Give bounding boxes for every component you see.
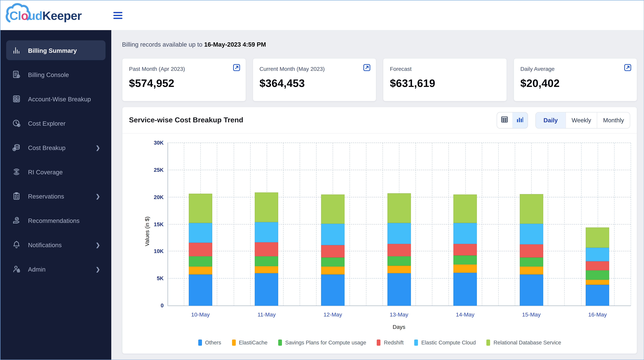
bar-segment-elasticache[interactable] <box>321 267 344 274</box>
stat-card-value: $20,402 <box>520 77 630 90</box>
bar-segment-relational-database-service[interactable] <box>387 194 410 223</box>
bar-segment-others[interactable] <box>255 273 278 306</box>
billing-records-notice: Billing records available up to 16-May-2… <box>111 30 644 48</box>
bar-segment-elastic-compute-cloud[interactable] <box>321 224 344 245</box>
bar-segment-redshift[interactable] <box>387 244 410 256</box>
legend-swatch <box>278 340 282 346</box>
hamburger-menu-icon[interactable] <box>113 10 122 20</box>
sidebar-item-billing-console[interactable]: Billing Console <box>6 65 106 84</box>
bar-segment-elastic-compute-cloud[interactable] <box>586 248 609 261</box>
stacked-bar-16-may[interactable] <box>586 228 609 306</box>
gridline-vertical <box>448 143 449 306</box>
tab-daily[interactable]: Daily <box>536 112 566 128</box>
legend-item-others[interactable]: Others <box>198 340 221 346</box>
gridline-vertical <box>498 143 498 306</box>
bar-segment-elasticache[interactable] <box>586 280 609 284</box>
tab-weekly[interactable]: Weekly <box>566 112 597 128</box>
bar-segment-redshift[interactable] <box>520 244 543 258</box>
bar-segment-elastic-compute-cloud[interactable] <box>189 223 212 243</box>
legend-swatch <box>377 340 380 346</box>
bar-segment-redshift[interactable] <box>586 261 609 270</box>
bar-segment-others[interactable] <box>387 273 410 306</box>
legend-item-relational-database-service[interactable]: Relational Database Service <box>486 340 561 346</box>
gridline-vertical <box>630 143 631 306</box>
gridline-vertical <box>548 143 548 306</box>
bar-segment-savings-plans-for-compute-usage[interactable] <box>454 255 477 264</box>
legend-item-savings-plans-for-compute-usage[interactable]: Savings Plans for Compute usage <box>278 340 366 346</box>
bar-segment-others[interactable] <box>321 274 344 306</box>
bar-segment-relational-database-service[interactable] <box>520 194 543 224</box>
bar-segment-savings-plans-for-compute-usage[interactable] <box>586 270 609 280</box>
x-tick-label: 13-May <box>380 312 418 318</box>
table-icon <box>500 115 509 125</box>
bar-segment-elastic-compute-cloud[interactable] <box>454 223 477 244</box>
legend-item-redshift[interactable]: Redshift <box>377 340 404 346</box>
bar-segment-elasticache[interactable] <box>255 266 278 273</box>
sidebar-item-reservations[interactable]: Reservations❯ <box>6 186 106 206</box>
bar-segment-others[interactable] <box>520 274 543 306</box>
external-link-icon[interactable] <box>232 64 240 72</box>
stacked-bar-plot <box>167 143 630 306</box>
bar-segment-elastic-compute-cloud[interactable] <box>255 222 278 242</box>
stacked-bar-14-may[interactable] <box>454 194 477 306</box>
y-tick-label: 20K <box>138 194 164 200</box>
gridline-vertical <box>581 143 582 306</box>
stacked-bar-13-may[interactable] <box>387 194 410 306</box>
legend-swatch <box>486 340 490 346</box>
stacked-bar-12-may[interactable] <box>321 194 344 306</box>
legend-item-elastic-compute-cloud[interactable]: Elastic Compute Cloud <box>414 340 476 346</box>
bar-segment-redshift[interactable] <box>454 244 477 255</box>
sidebar-item-label: RI Coverage <box>28 168 100 175</box>
bar-segment-relational-database-service[interactable] <box>189 194 212 223</box>
bar-segment-elasticache[interactable] <box>454 264 477 272</box>
bar-segment-savings-plans-for-compute-usage[interactable] <box>520 258 543 267</box>
sidebar-item-account-wise-breakup[interactable]: Account-Wise Breakup <box>6 89 106 109</box>
bar-segment-relational-database-service[interactable] <box>454 194 477 223</box>
bar-segment-relational-database-service[interactable] <box>321 194 344 224</box>
bar-segment-redshift[interactable] <box>189 243 212 256</box>
gridline-vertical <box>217 143 218 306</box>
bar-segment-savings-plans-for-compute-usage[interactable] <box>255 256 278 266</box>
sidebar-item-cost-explorer[interactable]: Cost Explorer <box>6 113 106 133</box>
gridline-vertical <box>432 143 432 306</box>
sidebar-item-label: Reservations <box>28 192 96 200</box>
cloudkeeper-logo: CloudKeeper <box>6 4 104 27</box>
stacked-bar-10-may[interactable] <box>189 194 212 306</box>
bar-segment-elastic-compute-cloud[interactable] <box>387 223 410 244</box>
bar-segment-elasticache[interactable] <box>189 267 212 274</box>
bell-icon <box>12 240 22 250</box>
sidebar-item-cost-breakup[interactable]: Cost Breakup❯ <box>6 138 106 158</box>
table-view-button[interactable] <box>497 112 512 128</box>
bar-segment-relational-database-service[interactable] <box>255 192 278 222</box>
x-axis-title: Days <box>167 324 630 330</box>
sidebar-item-recommendations[interactable]: Recommendations <box>6 210 106 230</box>
bar-segment-redshift[interactable] <box>255 242 278 256</box>
sidebar-item-admin[interactable]: Admin❯ <box>6 259 106 279</box>
legend-label: Elastic Compute Cloud <box>421 340 476 346</box>
tab-monthly[interactable]: Monthly <box>597 112 630 128</box>
y-tick-label: 15K <box>138 221 164 227</box>
sidebar-item-notifications[interactable]: Notifications❯ <box>6 235 106 255</box>
stacked-bar-15-may[interactable] <box>520 194 543 306</box>
bar-segment-savings-plans-for-compute-usage[interactable] <box>387 256 410 266</box>
bar-segment-elasticache[interactable] <box>520 267 543 274</box>
bar-segment-relational-database-service[interactable] <box>586 228 609 248</box>
legend-label: Relational Database Service <box>494 340 561 346</box>
bar-segment-savings-plans-for-compute-usage[interactable] <box>189 256 212 267</box>
bar-segment-savings-plans-for-compute-usage[interactable] <box>321 258 344 267</box>
bar-segment-elastic-compute-cloud[interactable] <box>520 224 543 244</box>
chart-view-button[interactable] <box>512 112 528 128</box>
bar-segment-elasticache[interactable] <box>387 266 410 273</box>
external-link-icon[interactable] <box>624 64 632 72</box>
bar-segment-others[interactable] <box>189 274 212 306</box>
external-link-icon[interactable] <box>363 64 371 72</box>
legend-item-elasticache[interactable]: ElastiCache <box>232 340 268 346</box>
bar-segment-others[interactable] <box>586 284 609 306</box>
gridline-vertical <box>300 143 300 306</box>
sidebar-item-label: Recommendations <box>28 217 100 224</box>
sidebar-item-billing-summary[interactable]: Billing Summary <box>6 40 106 60</box>
bar-segment-others[interactable] <box>454 272 477 306</box>
bar-segment-redshift[interactable] <box>321 245 344 258</box>
sidebar-item-ri-coverage[interactable]: RI Coverage <box>6 162 106 182</box>
stacked-bar-11-may[interactable] <box>255 192 278 306</box>
